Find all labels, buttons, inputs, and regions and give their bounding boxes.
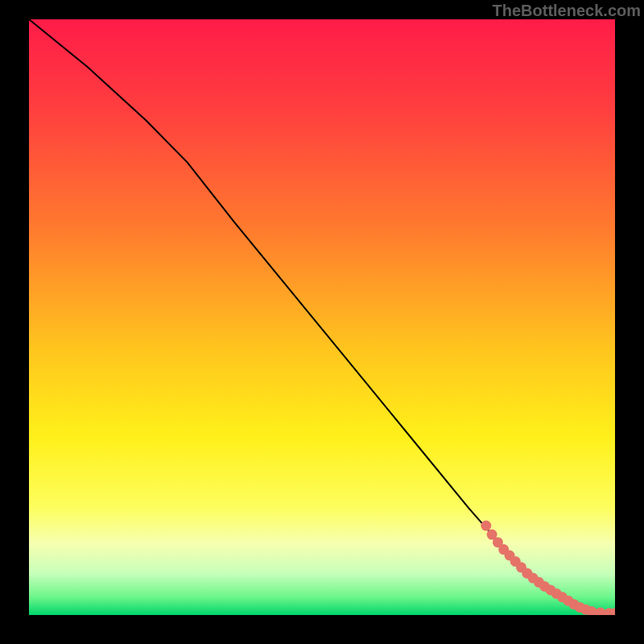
chart-container: TheBottleneck.com (0, 0, 644, 644)
chart-svg (29, 19, 615, 615)
data-point (481, 521, 491, 531)
plot-area (29, 19, 615, 615)
gradient-background (29, 19, 615, 615)
watermark-label: TheBottleneck.com (493, 2, 641, 20)
